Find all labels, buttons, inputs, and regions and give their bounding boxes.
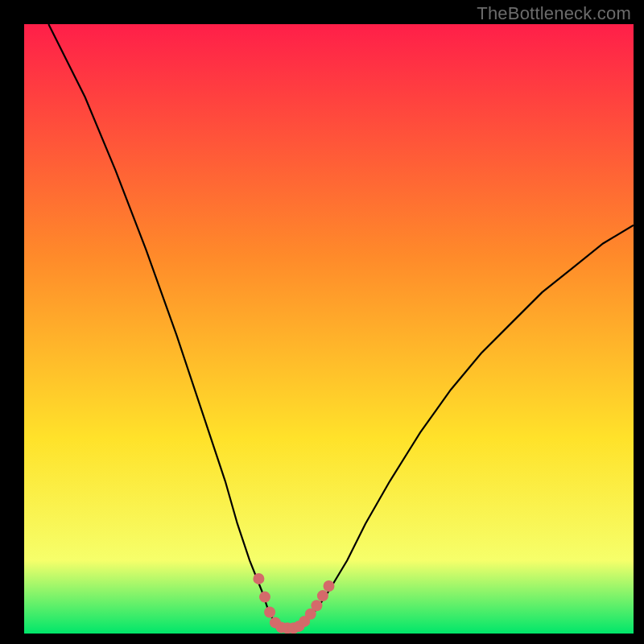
- curve-dot: [317, 590, 328, 601]
- chart-frame: TheBottleneck.com: [0, 0, 644, 644]
- curve-dot: [259, 592, 270, 603]
- plot-area: [24, 24, 634, 634]
- bottleneck-chart: [24, 24, 634, 634]
- curve-dot: [311, 600, 322, 611]
- watermark-text: TheBottleneck.com: [477, 3, 631, 24]
- curve-dot: [324, 580, 335, 592]
- curve-dot: [264, 607, 275, 618]
- gradient-background: [24, 24, 634, 634]
- curve-dot: [253, 573, 264, 584]
